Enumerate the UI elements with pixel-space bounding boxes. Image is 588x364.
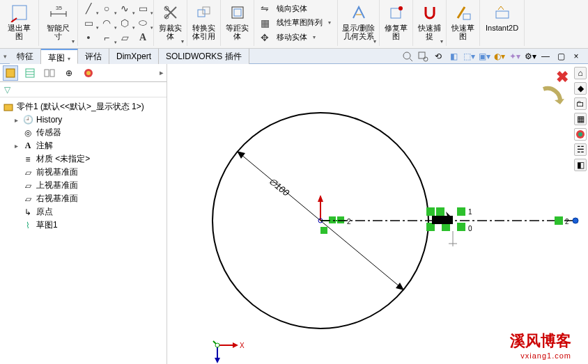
resources-icon[interactable]: ◆ — [574, 82, 587, 95]
tab-feature[interactable]: 特征 — [10, 49, 41, 64]
point-tool-icon[interactable]: • — [82, 31, 95, 44]
ellipse-tool-icon[interactable]: ⬭▾ — [137, 17, 149, 29]
text-tool-icon[interactable]: A — [137, 31, 149, 44]
trim-entities-button[interactable]: 剪裁实 体 ▾ — [154, 0, 187, 46]
library-icon[interactable]: 🗀 — [574, 97, 587, 110]
rectangle-tool-icon[interactable]: ▭▾ — [82, 17, 95, 29]
svg-marker-22 — [237, 151, 245, 159]
move-icon[interactable]: ✥ — [258, 31, 271, 44]
expand-icon[interactable]: ▸ — [13, 116, 20, 124]
diameter-dimension[interactable]: ∅100 — [267, 176, 292, 198]
section-view-icon[interactable]: ◧ — [447, 50, 460, 63]
tree-top-plane[interactable]: ▱上视基准面 — [3, 179, 164, 192]
view-settings-icon[interactable]: ⚙▾ — [524, 50, 536, 63]
show-relations-button[interactable]: 显示/删除 几何关系 ▾ — [338, 0, 380, 46]
tab-solidworks-addin[interactable]: SOLIDWORKS 插件 — [159, 49, 249, 64]
svg-text:0: 0 — [468, 225, 472, 232]
arc-tool-icon[interactable]: ◠▾ — [100, 17, 113, 29]
zoom-fit-icon[interactable] — [401, 50, 414, 63]
appearances-icon[interactable] — [574, 128, 587, 141]
svg-rect-30 — [457, 207, 465, 216]
mirror-icon[interactable]: ⇋ — [258, 2, 271, 15]
svg-text:X: X — [240, 342, 245, 349]
svg-rect-18 — [50, 70, 54, 77]
tree-sketch1[interactable]: ⌇草图1 — [3, 219, 164, 232]
exit-sketch-icon — [10, 3, 29, 22]
tree-origin[interactable]: ↳原点 — [3, 205, 164, 219]
smart-dimension-button[interactable]: 35 智能尺 寸 ▾ — [39, 0, 78, 46]
tab-sketch[interactable]: 草图▾ — [41, 49, 78, 64]
exit-sketch-button[interactable]: 退出草 图 — [0, 0, 39, 46]
move-label[interactable]: 移动实体 — [277, 32, 307, 42]
convert-label: 转换实 体引用 — [192, 24, 215, 40]
main-area: ⊕ ▸ ▽ 零件1 (默认<<默认>_显示状态 1>) ▸🕘History ◎传… — [0, 64, 588, 364]
rotate-helper-icon[interactable] — [543, 88, 564, 104]
tab-evaluate[interactable]: 评估 — [78, 49, 109, 64]
home-icon[interactable]: ⌂ — [574, 67, 587, 79]
tree-history[interactable]: ▸🕘History — [3, 113, 164, 126]
chevron-down-icon: ▾ — [440, 38, 443, 45]
view-palette-icon[interactable]: ▦ — [574, 113, 587, 125]
tree-annotations[interactable]: ▸A注解 — [3, 139, 164, 152]
fm-tab-property-icon[interactable] — [22, 65, 38, 81]
line-tool-icon[interactable]: ╱▾ — [82, 2, 95, 15]
tree-right-plane[interactable]: ▱右视基准面 — [3, 192, 164, 205]
zoom-area-icon[interactable] — [417, 50, 429, 63]
mirror-label[interactable]: 镜向实体 — [277, 3, 307, 14]
svg-point-14 — [424, 57, 428, 61]
fm-filter-row: ▽ — [0, 82, 167, 97]
svg-rect-5 — [203, 7, 210, 14]
fm-tab-render-icon[interactable] — [81, 65, 96, 81]
view-orientation-icon[interactable]: ⬚▾ — [463, 50, 475, 63]
display-style-icon[interactable]: ▣▾ — [478, 50, 490, 63]
tree-material[interactable]: ≡材质 <未指定> — [3, 152, 164, 166]
svg-point-9 — [399, 6, 403, 10]
scene-icon[interactable]: ✦▾ — [509, 50, 521, 63]
svg-marker-23 — [396, 283, 404, 290]
repair-sketch-button[interactable]: 修复草 图 — [380, 0, 413, 46]
convert-entities-button[interactable]: 转换实 体引用 — [187, 0, 221, 46]
expand-icon[interactable]: ▸ — [13, 142, 20, 150]
hide-show-icon[interactable]: ◐▾ — [493, 50, 506, 63]
tree-front-plane[interactable]: ▱前视基准面 — [3, 166, 164, 179]
spline-tool-icon[interactable]: ∿▾ — [118, 2, 131, 15]
chevron-down-icon[interactable]: ▾ — [0, 53, 10, 60]
quick-snap-button[interactable]: 快速捕 捉 ▾ — [413, 0, 447, 46]
fm-collapse-icon[interactable]: ▸ — [160, 68, 164, 77]
window-min-icon[interactable]: — — [539, 50, 552, 63]
offset-entities-button[interactable]: 等距实 体 — [221, 0, 254, 46]
tab-dimxpert[interactable]: DimXpert — [109, 49, 159, 64]
window-close-icon[interactable]: × — [570, 50, 582, 63]
filter-icon[interactable]: ▽ — [4, 85, 10, 95]
graphics-canvas[interactable]: ✖ ∅100 2 — [167, 64, 588, 364]
circle-tool-icon[interactable]: ○▾ — [100, 2, 113, 15]
fm-tab-config-icon[interactable] — [42, 65, 57, 81]
chevron-down-icon: ▾ — [373, 38, 376, 45]
rapid-sketch-button[interactable]: 快速草 图 — [447, 0, 480, 46]
tree-sensors[interactable]: ◎传感器 — [3, 126, 164, 139]
custom-props-icon[interactable]: ☵ — [574, 143, 587, 156]
endpoint[interactable] — [573, 218, 578, 223]
fm-tab-dimxpert-icon[interactable]: ⊕ — [61, 65, 77, 81]
fillet-tool-icon[interactable]: ⌐▾ — [100, 31, 113, 44]
linear-pattern-label[interactable]: 线性草图阵列 — [277, 17, 323, 28]
exit-sketch-label: 退出草 图 — [8, 24, 31, 40]
relation-handle[interactable] — [329, 216, 336, 223]
instant2d-button[interactable]: Instant2D — [480, 0, 525, 46]
prev-view-icon[interactable]: ⟲ — [432, 50, 444, 63]
ribbon: 退出草 图 35 智能尺 寸 ▾ ╱▾ ○▾ ∿▾ ▭▾ ▭▾ ◠▾ ⬡▾ ⬭▾… — [0, 0, 588, 49]
window-max-icon[interactable]: ▢ — [555, 50, 567, 63]
linear-pattern-icon[interactable]: ▦ — [258, 17, 271, 29]
svg-point-47 — [215, 343, 219, 347]
slot-tool-icon[interactable]: ▭▾ — [137, 2, 149, 15]
relation-handle[interactable] — [320, 227, 327, 234]
plane-tool-icon[interactable]: ▱ — [118, 31, 131, 44]
relation-handle[interactable] — [337, 216, 344, 223]
fm-tab-feature-tree-icon[interactable] — [3, 65, 18, 81]
relation-handle[interactable] — [555, 216, 563, 225]
transform-group: ⇋镜向实体 ▦线性草图阵列▾ ✥移动实体▾ — [254, 0, 338, 46]
tree-root[interactable]: 零件1 (默认<<默认>_显示状态 1>) — [3, 100, 164, 113]
forum-icon[interactable]: ◧ — [574, 159, 587, 171]
polygon-tool-icon[interactable]: ⬡▾ — [118, 17, 131, 29]
constraint-cluster[interactable]: 1 0 — [426, 207, 472, 246]
